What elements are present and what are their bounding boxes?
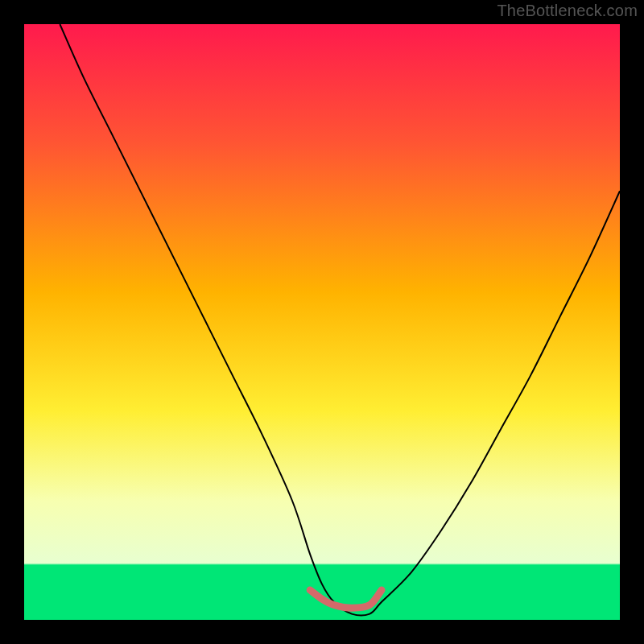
watermark-text: TheBottleneck.com xyxy=(497,2,638,20)
chart-frame: TheBottleneck.com xyxy=(0,0,644,644)
bottleneck-chart xyxy=(0,0,644,644)
gradient-background xyxy=(24,24,620,620)
